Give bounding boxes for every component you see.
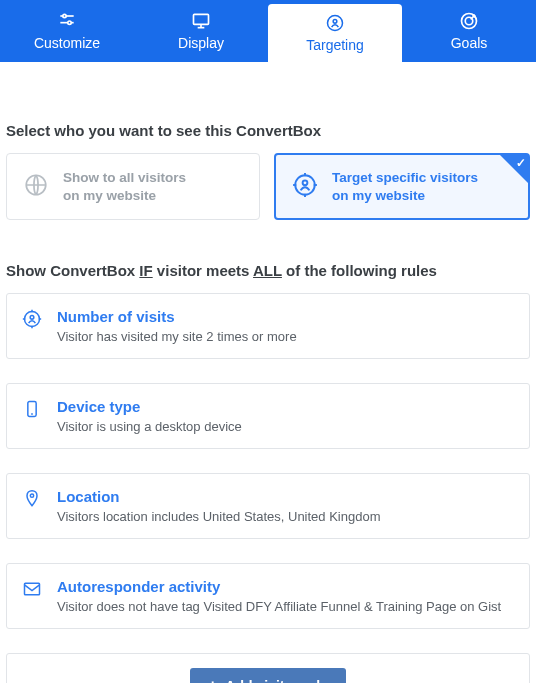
svg-point-3 xyxy=(68,21,71,24)
svg-rect-4 xyxy=(194,14,209,24)
option-line1: Show to all visitors xyxy=(63,169,186,187)
rule-description: Visitor is using a desktop device xyxy=(57,419,242,434)
nav-tab-display[interactable]: Display xyxy=(134,0,268,62)
rule-description: Visitors location includes United States… xyxy=(57,509,381,524)
visibility-options: Show to all visitors on my website Targe… xyxy=(6,153,530,220)
svg-point-19 xyxy=(30,316,34,320)
rule-description: Visitor does not have tag Visited DFY Af… xyxy=(57,599,501,614)
rule-title: Location xyxy=(57,488,381,505)
add-rule-label: Add visitor rule xyxy=(225,678,328,683)
target-user-icon xyxy=(21,308,43,329)
rule-body: Autoresponder activityVisitor does not h… xyxy=(57,578,501,614)
rule-body: Device typeVisitor is using a desktop de… xyxy=(57,398,242,434)
rules-heading-prefix: Show ConvertBox xyxy=(6,262,139,279)
main-content: Select who you want to see this ConvertB… xyxy=(0,62,536,683)
rule-body: Number of visitsVisitor has visited my s… xyxy=(57,308,297,344)
add-rule-bar: + Add visitor rule xyxy=(6,653,530,683)
svg-point-13 xyxy=(303,180,308,185)
nav-tab-label: Goals xyxy=(451,35,488,51)
mail-icon xyxy=(21,578,43,599)
rules-heading-if[interactable]: IF xyxy=(139,262,152,279)
rules-list: Number of visitsVisitor has visited my s… xyxy=(6,293,530,629)
rule-card[interactable]: Number of visitsVisitor has visited my s… xyxy=(6,293,530,359)
svg-point-26 xyxy=(30,494,33,497)
nav-tab-label: Display xyxy=(178,35,224,51)
rule-card[interactable]: Autoresponder activityVisitor does not h… xyxy=(6,563,530,629)
rule-title: Autoresponder activity xyxy=(57,578,501,595)
target-user-icon xyxy=(292,172,318,201)
target-user-icon xyxy=(325,13,345,33)
globe-icon xyxy=(23,172,49,201)
sliders-icon xyxy=(57,11,77,31)
nav-tab-customize[interactable]: Customize xyxy=(0,0,134,62)
rules-heading-mid: visitor meets xyxy=(153,262,253,279)
option-line2: on my website xyxy=(63,187,186,205)
option-line1: Target specific visitors xyxy=(332,169,478,187)
goal-target-icon xyxy=(459,11,479,31)
svg-point-2 xyxy=(63,14,66,17)
rules-heading: Show ConvertBox IF visitor meets ALL of … xyxy=(6,262,530,279)
rule-title: Device type xyxy=(57,398,242,415)
rules-heading-all[interactable]: ALL xyxy=(253,262,282,279)
top-nav: Customize Display Targeting Goals xyxy=(0,0,536,62)
nav-tab-goals[interactable]: Goals xyxy=(402,0,536,62)
svg-rect-27 xyxy=(25,583,40,595)
monitor-icon xyxy=(191,11,211,31)
rule-body: LocationVisitors location includes Unite… xyxy=(57,488,381,524)
mobile-device-icon xyxy=(21,398,43,419)
check-icon xyxy=(500,155,528,183)
option-line2: on my website xyxy=(332,187,478,205)
section-heading: Select who you want to see this ConvertB… xyxy=(6,122,530,139)
option-show-all[interactable]: Show to all visitors on my website xyxy=(6,153,260,220)
location-pin-icon xyxy=(21,488,43,509)
rule-title: Number of visits xyxy=(57,308,297,325)
svg-point-8 xyxy=(333,20,337,24)
rules-heading-suffix: of the following rules xyxy=(282,262,437,279)
option-target-specific[interactable]: Target specific visitors on my website xyxy=(274,153,530,220)
plus-icon: + xyxy=(208,678,217,683)
nav-tab-label: Customize xyxy=(34,35,100,51)
rule-card[interactable]: Device typeVisitor is using a desktop de… xyxy=(6,383,530,449)
nav-tab-targeting[interactable]: Targeting xyxy=(268,4,402,62)
rule-description: Visitor has visited my site 2 times or m… xyxy=(57,329,297,344)
rule-card[interactable]: LocationVisitors location includes Unite… xyxy=(6,473,530,539)
nav-tab-label: Targeting xyxy=(306,37,364,53)
add-visitor-rule-button[interactable]: + Add visitor rule xyxy=(190,668,346,683)
